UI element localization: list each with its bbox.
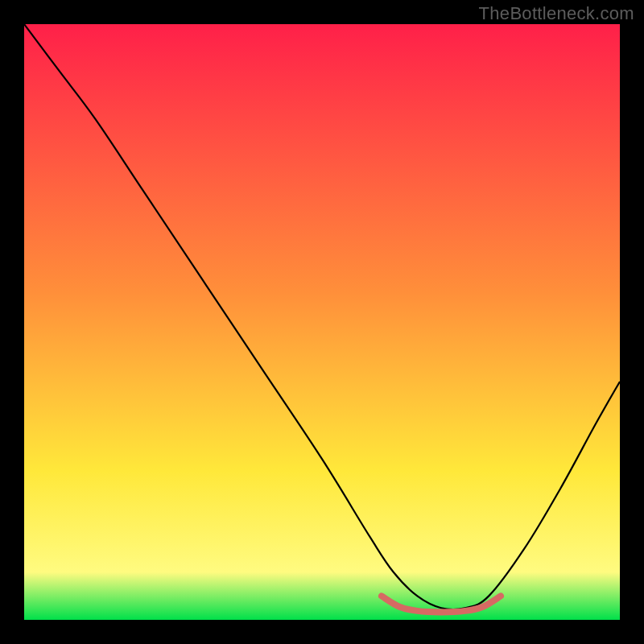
gradient-background — [24, 24, 620, 620]
watermark-text: TheBottleneck.com — [479, 3, 634, 24]
chart-svg — [24, 24, 620, 620]
chart-frame: TheBottleneck.com — [0, 0, 644, 644]
plot-area — [24, 24, 620, 620]
